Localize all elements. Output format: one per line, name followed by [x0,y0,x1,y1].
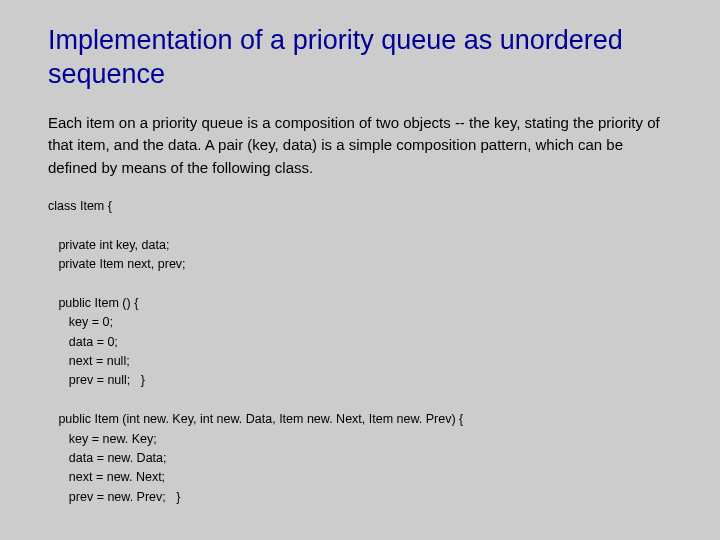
slide-paragraph: Each item on a priority queue is a compo… [48,112,672,180]
code-block: class Item { private int key, data; priv… [48,197,672,507]
slide-title: Implementation of a priority queue as un… [48,24,672,92]
slide: Implementation of a priority queue as un… [0,0,720,540]
